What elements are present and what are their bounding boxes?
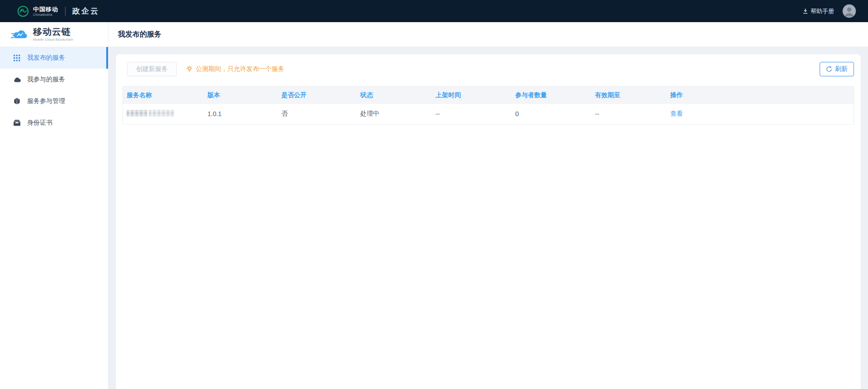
cell-is-public: 否 <box>278 104 357 124</box>
column-header-version: 版本 <box>204 87 278 104</box>
sidebar-item-label: 我发布的服务 <box>27 54 65 62</box>
toolbar: 创建新服务 公测期间，只允许发布一个服务 <box>123 62 854 76</box>
sidebar-item-identity-certificate[interactable]: 身份证书 <box>0 112 108 134</box>
redacted-service-name <box>127 110 174 117</box>
page-title-bar: 我发布的服务 <box>108 22 868 47</box>
sidebar-item-label: 服务参与管理 <box>27 97 65 105</box>
certificate-icon <box>13 120 21 126</box>
topbar-right: 帮助手册 <box>802 4 856 18</box>
lightbulb-icon <box>186 66 193 73</box>
cell-actions: 查看 <box>667 104 854 124</box>
cell-participants: 0 <box>512 104 591 124</box>
cube-icon <box>13 98 21 105</box>
content-area: 创建新服务 公测期间，只允许发布一个服务 <box>108 47 868 389</box>
download-icon <box>802 8 808 14</box>
table-row: 1.0.1 否 处理中 -- 0 -- 查看 <box>123 104 854 124</box>
services-card: 创建新服务 公测期间，只允许发布一个服务 <box>116 54 861 389</box>
column-header-participants: 参与者数量 <box>512 87 591 104</box>
cloud-chain-logo-icon <box>10 28 29 41</box>
refresh-button[interactable]: 刷新 <box>820 62 854 76</box>
app-logo: 移动云链 Mobile Cloud Blockchain <box>0 22 108 47</box>
cell-service-name <box>123 104 204 124</box>
sidebar-item-label: 身份证书 <box>27 119 52 127</box>
china-mobile-logo-icon <box>17 5 29 17</box>
beta-notice-text: 公测期间，只允许发布一个服务 <box>196 65 284 73</box>
sidebar: 移动云链 Mobile Cloud Blockchain 我发布的服务 <box>0 22 108 389</box>
sidebar-item-participated-services[interactable]: 我参与的服务 <box>0 69 108 90</box>
brand-divider <box>65 7 66 16</box>
column-header-is-public: 是否公开 <box>278 87 357 104</box>
cell-status: 处理中 <box>357 104 432 124</box>
sidebar-item-service-participation-mgmt[interactable]: 服务参与管理 <box>0 90 108 112</box>
refresh-icon <box>826 66 832 72</box>
brand-name-en: ChinaMobile <box>33 13 58 16</box>
avatar[interactable] <box>842 4 856 18</box>
cloud-icon <box>13 77 21 82</box>
app-logo-title: 移动云链 <box>33 27 73 36</box>
cell-version: 1.0.1 <box>204 104 278 124</box>
help-manual-link[interactable]: 帮助手册 <box>802 7 834 15</box>
cell-launch-time: -- <box>432 104 511 124</box>
sidebar-item-label: 我参与的服务 <box>27 75 65 84</box>
services-table: 服务名称 版本 是否公开 状态 上架时间 参与者数量 有效期至 操作 <box>123 86 854 125</box>
brand-name: 中国移动 ChinaMobile <box>33 6 58 16</box>
column-header-status: 状态 <box>357 87 432 104</box>
refresh-label: 刷新 <box>835 65 848 73</box>
column-header-valid-until: 有效期至 <box>591 87 667 104</box>
top-header: 中国移动 ChinaMobile 政企云 帮助手册 <box>0 0 868 22</box>
column-header-launch-time: 上架时间 <box>432 87 511 104</box>
column-header-service-name: 服务名称 <box>123 87 204 104</box>
brand-product: 政企云 <box>72 6 99 16</box>
view-link[interactable]: 查看 <box>670 110 683 117</box>
grid-icon <box>13 55 21 61</box>
beta-notice: 公测期间，只允许发布一个服务 <box>186 65 284 73</box>
main-area: 我发布的服务 创建新服务 公测期间，只允许发布一个服务 <box>108 22 868 389</box>
sidebar-item-my-published-services[interactable]: 我发布的服务 <box>0 47 108 69</box>
app-logo-text: 移动云链 Mobile Cloud Blockchain <box>33 27 73 42</box>
table-header-row: 服务名称 版本 是否公开 状态 上架时间 参与者数量 有效期至 操作 <box>123 87 854 104</box>
brand-name-cn: 中国移动 <box>33 6 58 12</box>
page-title: 我发布的服务 <box>118 30 161 39</box>
brand-area: 中国移动 ChinaMobile 政企云 <box>17 5 99 17</box>
sidebar-nav: 我发布的服务 我参与的服务 服务参与管理 <box>0 47 108 134</box>
app-logo-subtitle: Mobile Cloud Blockchain <box>33 37 73 42</box>
create-service-button[interactable]: 创建新服务 <box>127 62 177 76</box>
cell-valid-until: -- <box>591 104 667 124</box>
column-header-actions: 操作 <box>667 87 854 104</box>
help-manual-label: 帮助手册 <box>811 7 834 15</box>
